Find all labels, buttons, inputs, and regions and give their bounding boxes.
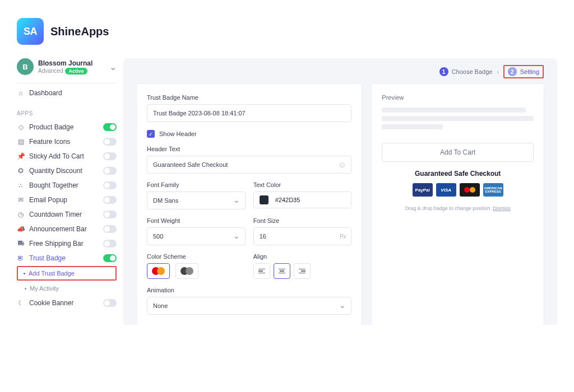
label-font-family: Font Family [147,181,246,188]
section-label-apps: APPS [17,102,117,120]
toggle-switch[interactable] [103,167,117,175]
avatar: B [17,58,34,75]
sub-item-my-activity[interactable]: My Activity [17,281,117,296]
sidebar-item-qty-discount[interactable]: ✪Quantity Discount [17,164,117,178]
align-center-button[interactable] [274,263,290,279]
bought-together-icon: ⛬ [17,181,25,189]
toggle-switch[interactable] [103,240,117,248]
paypal-badge: PayPal [413,183,433,197]
skeleton-line [382,108,526,113]
product-badge-icon: ◇ [17,123,25,131]
step-number-icon: 1 [439,67,448,76]
main-content: 1 Choose Badge › 2 Setting Trust Badge N… [123,58,557,325]
bullet-icon [25,288,26,290]
toggle-switch[interactable] [103,254,117,262]
sidebar-item-bought-together[interactable]: ⛬Bought Together [17,178,117,193]
input-text-color[interactable]: #242D35 [253,192,352,208]
align-left-button[interactable] [253,263,270,279]
step-number-icon: 2 [508,67,517,76]
account-switcher[interactable]: B Blossom Journal Advanced Active ⌄ [17,58,117,83]
toggle-switch[interactable] [103,225,117,233]
align-right-button[interactable] [294,263,311,279]
toggle-switch[interactable] [103,138,117,146]
sidebar-item-label: Cookie Banner [29,299,73,307]
label-align: Align [253,253,352,260]
input-header-text[interactable] [147,156,351,174]
chevron-down-icon: ⌄ [109,62,117,72]
sidebar-item-feature-icons[interactable]: ▤Feature Icons [17,134,117,149]
sidebar-item-countdown[interactable]: ◷Countdown Timer [17,207,117,222]
label-animation: Animation [147,287,351,293]
sidebar-item-sticky-cart[interactable]: 📌Sticky Add To Cart [17,149,117,164]
sidebar-item-label: Email Popup [29,196,67,204]
preview-badges[interactable]: PayPal VISA AMERICAN EXPRESS [382,183,534,197]
emoji-icon[interactable]: ☺ [338,160,346,169]
select-font-family[interactable] [147,192,246,209]
bullet-icon [24,273,25,274]
sidebar-item-label: Quantity Discount [29,167,82,175]
dismiss-link[interactable]: Dismiss [493,206,511,211]
select-font-weight[interactable] [147,227,246,245]
preview-hint: Drag & drop badge to change position. Di… [382,206,534,211]
brand-name: ShineApps [50,25,109,38]
step-setting-highlight: 2 Setting [503,65,544,78]
step-choose-badge[interactable]: 1 Choose Badge [439,67,493,76]
preview-header-text: Guaranteed Safe Checkout [382,170,534,178]
label-font-weight: Font Weight [147,217,246,224]
checkbox-label: Show Header [159,130,197,137]
input-font-size[interactable] [253,227,352,245]
add-to-cart-button[interactable]: Add To Cart [382,143,534,162]
color-value: #242D35 [275,197,300,203]
toggle-switch[interactable] [103,152,117,160]
sub-item-label: My Activity [30,285,59,292]
sidebar-item-free-shipping[interactable]: ⛟Free Shipping Bar [17,236,117,251]
sidebar-item-product-badge[interactable]: ◇Product Badge [17,120,117,134]
toggle-switch[interactable] [103,196,117,204]
sidebar-item-trust-badge[interactable]: ⛨Trust Badge [17,251,117,265]
status-badge: Active [65,68,87,74]
stepper: 1 Choose Badge › 2 Setting [137,65,544,84]
sidebar-item-label: Announcement Bar [29,225,87,233]
account-plan: Advanced [38,68,63,74]
input-badge-name[interactable] [147,104,351,122]
mastercard-badge [460,183,480,197]
color-scheme-option-mono[interactable] [175,263,198,279]
label-text-color: Text Color [253,181,352,188]
toggle-switch[interactable] [103,211,117,218]
sidebar-item-label: Sticky Add To Cart [29,152,84,160]
step-label: Setting [520,68,539,75]
free-shipping-icon: ⛟ [17,240,25,248]
countdown-icon: ◷ [17,211,25,218]
color-scheme-option-color[interactable] [147,263,170,279]
sidebar-item-cookie-banner[interactable]: ☾Cookie Banner [17,296,117,310]
toggle-switch[interactable] [103,299,117,307]
sub-item-add-trust-badge[interactable]: Add Trust Badge [17,266,117,281]
settings-form: Trust Badge Name ✓ Show Header Header Te… [137,84,362,325]
label-header-text: Header Text [147,146,351,152]
preview-title: Preview [382,94,534,101]
toggle-switch[interactable] [103,123,117,131]
sub-item-label: Add Trust Badge [29,270,75,277]
label-font-size: Font Size [253,217,352,224]
select-animation[interactable] [147,297,351,315]
toggle-switch[interactable] [103,181,117,189]
cookie-banner-icon: ☾ [17,299,25,307]
app-header: SA ShineApps [0,0,574,58]
color-swatch [260,195,269,204]
sidebar-item-label: Feature Icons [29,138,70,146]
sidebar-item-label: Bought Together [29,181,78,189]
qty-discount-icon: ✪ [17,167,25,175]
sidebar-item-announcement[interactable]: 📣Announcement Bar [17,222,117,236]
brand-logo: SA [17,18,44,45]
sticky-cart-icon: 📌 [17,152,25,160]
label-badge-name: Trust Badge Name [147,94,351,101]
sidebar-item-email-popup[interactable]: ✉Email Popup [17,193,117,207]
announcement-icon: 📣 [17,225,25,233]
nav-dashboard[interactable]: ⌂ Dashboard [17,83,117,102]
checkbox-show-header[interactable]: ✓ Show Header [147,130,351,138]
sidebar: B Blossom Journal Advanced Active ⌄ ⌂ Da… [17,58,123,325]
nav-label: Dashboard [29,89,62,97]
chevron-right-icon: › [497,69,498,75]
sidebar-item-label: Product Badge [29,123,73,131]
step-setting[interactable]: 2 Setting [508,67,539,76]
